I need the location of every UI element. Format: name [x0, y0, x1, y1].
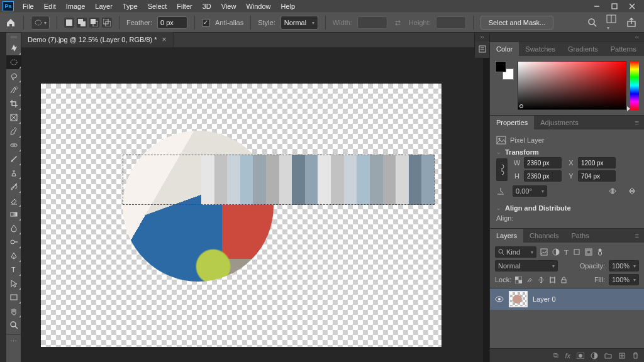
layer-mask-icon[interactable]	[577, 353, 584, 359]
lock-artboard-icon[interactable]	[549, 277, 556, 283]
transform-expander-icon[interactable]: ⌄	[496, 149, 501, 155]
collapsed-dock-expand-icon[interactable]: ››	[475, 33, 489, 41]
lasso-tool[interactable]	[6, 69, 21, 83]
opacity-input[interactable]: 100%▾	[609, 260, 639, 272]
layer-row[interactable]: Layer 0	[490, 288, 644, 310]
lock-transparent-icon[interactable]	[515, 277, 522, 283]
tab-patterns[interactable]: Patterns	[604, 42, 643, 56]
delete-layer-icon[interactable]	[632, 352, 639, 359]
home-icon[interactable]	[5, 17, 16, 28]
eraser-tool[interactable]	[6, 194, 21, 207]
h-input[interactable]: 2360 px	[524, 170, 562, 182]
layer-fx-icon[interactable]: fx	[565, 352, 570, 359]
properties-panel-menu-icon[interactable]: ≡	[630, 119, 644, 126]
tab-properties[interactable]: Properties	[490, 116, 534, 129]
clone-stamp-tool[interactable]	[6, 166, 21, 180]
tab-channels[interactable]: Channels	[523, 229, 565, 243]
dodge-tool[interactable]	[6, 235, 21, 249]
antialias-checkbox[interactable]	[202, 19, 210, 27]
foreground-swatch[interactable]	[495, 61, 506, 72]
toolbox-grabber[interactable]	[9, 35, 19, 40]
selection-add-icon[interactable]	[77, 18, 87, 28]
edit-toolbar-icon[interactable]: ⋯	[6, 337, 21, 346]
filter-shape-icon[interactable]	[573, 248, 580, 256]
close-tab-icon[interactable]: ×	[162, 35, 167, 44]
maximize-button[interactable]	[610, 2, 619, 11]
tool-preset-select[interactable]: ▾	[31, 16, 50, 30]
flip-vertical-icon[interactable]	[626, 185, 638, 197]
align-expander-icon[interactable]: ⌄	[496, 205, 501, 211]
layer-kind-select[interactable]: Kind ▾	[495, 246, 536, 258]
menu-file[interactable]: File	[18, 1, 39, 12]
type-tool[interactable]: T	[6, 263, 21, 277]
pen-tool[interactable]	[6, 249, 21, 263]
new-group-icon[interactable]	[604, 353, 612, 359]
path-selection-tool[interactable]	[6, 277, 21, 290]
tab-layers[interactable]: Layers	[490, 229, 523, 243]
close-button[interactable]	[628, 2, 636, 11]
filter-smart-icon[interactable]	[585, 248, 592, 256]
filter-type-icon[interactable]: T	[564, 248, 569, 256]
color-picker-field[interactable]	[518, 61, 626, 110]
menu-help[interactable]: Help	[276, 1, 301, 12]
new-layer-icon[interactable]	[618, 352, 626, 359]
frame-tool[interactable]	[6, 111, 21, 124]
hue-slider[interactable]	[630, 61, 639, 110]
rectangle-tool[interactable]	[6, 290, 21, 304]
menu-layer[interactable]: Layer	[90, 1, 118, 12]
fill-input[interactable]: 100%▾	[609, 274, 639, 285]
share-icon[interactable]	[626, 18, 636, 28]
foreground-background-swatch[interactable]	[495, 61, 514, 80]
arrange-documents-icon[interactable]: ▾	[606, 14, 618, 31]
move-tool[interactable]	[6, 41, 21, 55]
tab-gradients[interactable]: Gradients	[562, 42, 604, 56]
hand-tool[interactable]	[6, 304, 21, 318]
visibility-icon[interactable]	[495, 296, 504, 302]
selection-new-icon[interactable]	[64, 18, 74, 28]
menu-type[interactable]: Type	[118, 1, 143, 12]
selection-intersect-icon[interactable]	[102, 18, 112, 28]
workspace[interactable]	[21, 48, 483, 362]
eyedropper-tool[interactable]	[6, 124, 21, 138]
crop-tool[interactable]	[6, 97, 21, 111]
menu-view[interactable]: View	[216, 1, 242, 12]
filter-pixel-icon[interactable]	[540, 248, 548, 256]
document-canvas[interactable]	[41, 84, 441, 347]
brush-tool[interactable]	[6, 152, 21, 166]
filter-toggle-icon[interactable]	[597, 248, 603, 256]
menu-image[interactable]: Image	[61, 1, 91, 12]
filter-adjust-icon[interactable]	[552, 248, 560, 256]
feather-input[interactable]: 0 px	[157, 16, 187, 29]
link-layers-icon[interactable]: ⧉	[553, 351, 558, 359]
panel-collapse-icon[interactable]: ‹‹	[490, 33, 644, 41]
w-input[interactable]: 2360 px	[524, 157, 562, 168]
tab-swatches[interactable]: Swatches	[519, 42, 562, 56]
selection-subtract-icon[interactable]	[89, 18, 99, 28]
lock-all-icon[interactable]	[560, 277, 567, 283]
quick-selection-tool[interactable]	[6, 83, 21, 97]
blend-mode-select[interactable]: Normal▾	[495, 260, 558, 272]
zoom-tool[interactable]	[6, 318, 21, 332]
menu-filter[interactable]: Filter	[172, 1, 197, 12]
x-input[interactable]: 1200 px	[578, 157, 616, 168]
tab-adjustments[interactable]: Adjustments	[534, 116, 585, 129]
blur-tool[interactable]	[6, 221, 21, 235]
angle-input[interactable]: 0.00°▾	[513, 185, 547, 197]
menu-3d[interactable]: 3D	[197, 1, 216, 12]
document-tab[interactable]: Demo (7).jpg @ 12.5% (Layer 0, RGB/8) * …	[21, 32, 174, 47]
flip-horizontal-icon[interactable]	[608, 185, 619, 197]
history-brush-tool[interactable]	[6, 180, 21, 194]
layer-thumbnail[interactable]	[509, 291, 528, 307]
y-input[interactable]: 704 px	[578, 170, 616, 182]
healing-brush-tool[interactable]	[6, 138, 21, 152]
layer-name[interactable]: Layer 0	[533, 295, 556, 303]
gradient-tool[interactable]	[6, 207, 21, 221]
tab-paths[interactable]: Paths	[565, 229, 596, 243]
style-select[interactable]: Normal ▾	[280, 16, 318, 30]
menu-window[interactable]: Window	[241, 1, 275, 12]
elliptical-marquee-tool[interactable]	[6, 55, 21, 69]
minimize-button[interactable]	[592, 2, 601, 11]
tab-color[interactable]: Color	[490, 42, 519, 56]
search-icon[interactable]	[587, 18, 597, 28]
layers-panel-menu-icon[interactable]: ≡	[630, 232, 644, 239]
